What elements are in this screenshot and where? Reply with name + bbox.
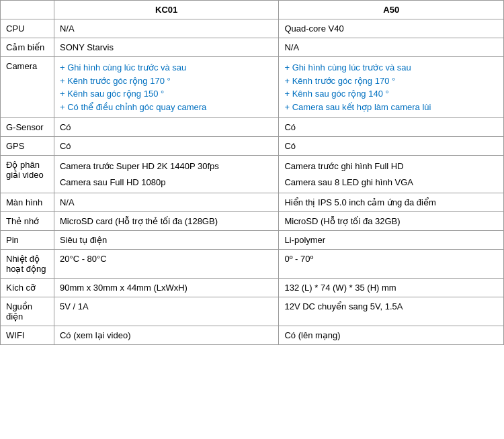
row-kc01: MicroSD card (Hỗ trợ thẻ tối đa (128GB) (54, 212, 279, 231)
table-row: GPSCóCó (1, 137, 504, 156)
row-label: Camera (1, 57, 54, 118)
table-row: PinSiêu tụ điệnLi-polymer (1, 231, 504, 250)
row-label: GPS (1, 137, 54, 156)
row-a50: 132 (L) * 74 (W) * 35 (H) mm (279, 279, 504, 297)
row-a50: 12V DC chuyển sang 5V, 1.5A (279, 297, 504, 326)
row-label: Pin (1, 231, 54, 250)
row-kc01: N/A (54, 19, 279, 38)
row-kc01: N/A (54, 193, 279, 212)
table-row: CPUN/AQuad-core V40 (1, 19, 504, 38)
row-a50: Quad-core V40 (279, 19, 504, 38)
header-kc01: KC01 (54, 1, 279, 19)
table-row: WIFICó (xem lại video)Có (lên mạng) (1, 326, 504, 345)
row-label: Kích cỡ (1, 279, 54, 297)
row-label: Thẻ nhớ (1, 212, 54, 231)
row-a50: Camera trước ghi hình Full HDCamera sau … (279, 156, 504, 193)
row-label: CPU (1, 19, 54, 38)
row-kc01: Camera trước Super HD 2K 1440P 30fpsCame… (54, 156, 279, 193)
row-a50: N/A (279, 38, 504, 57)
row-kc01: + Ghi hình cùng lúc trước và sau+ Kênh t… (54, 57, 279, 118)
row-label: Màn hình (1, 193, 54, 212)
row-kc01: Có (54, 137, 279, 156)
row-kc01: 5V / 1A (54, 297, 279, 326)
table-row: Camera+ Ghi hình cùng lúc trước và sau+ … (1, 57, 504, 118)
row-kc01: Có (54, 118, 279, 137)
row-a50: 0º - 70º (279, 250, 504, 279)
table-row: Thẻ nhớMicroSD card (Hỗ trợ thẻ tối đa (… (1, 212, 504, 231)
row-a50: Có (lên mạng) (279, 326, 504, 345)
row-kc01: SONY Starvis (54, 38, 279, 57)
table-row: Kích cỡ90mm x 30mm x 44mm (LxWxH)132 (L)… (1, 279, 504, 297)
table-row: G-SensorCóCó (1, 118, 504, 137)
comparison-table: KC01 A50 CPUN/AQuad-core V40Cảm biếnSONY… (0, 0, 504, 345)
row-label: Cảm biến (1, 38, 54, 57)
header-a50: A50 (279, 1, 504, 19)
row-label: Nguồn điện (1, 297, 54, 326)
row-a50: + Ghi hình cùng lúc trước và sau+ Kênh t… (279, 57, 504, 118)
header-label (1, 1, 54, 19)
row-kc01: Có (xem lại video) (54, 326, 279, 345)
table-row: Nguồn điện5V / 1A12V DC chuyển sang 5V, … (1, 297, 504, 326)
table-row: Màn hìnhN/AHiển thị IPS 5.0 inch cảm ứng… (1, 193, 504, 212)
row-kc01: 90mm x 30mm x 44mm (LxWxH) (54, 279, 279, 297)
table-row: Nhiệt độ hoạt động20°C - 80°C0º - 70º (1, 250, 504, 279)
row-a50: Li-polymer (279, 231, 504, 250)
row-a50: Có (279, 137, 504, 156)
table-row: Độ phân giải videoCamera trước Super HD … (1, 156, 504, 193)
row-label: Độ phân giải video (1, 156, 54, 193)
row-kc01: 20°C - 80°C (54, 250, 279, 279)
row-a50: Có (279, 118, 504, 137)
row-a50: MicroSD (Hỗ trợ tối đa 32GB) (279, 212, 504, 231)
row-label: WIFI (1, 326, 54, 345)
row-a50: Hiển thị IPS 5.0 inch cảm ứng đa điểm (279, 193, 504, 212)
row-label: G-Sensor (1, 118, 54, 137)
row-label: Nhiệt độ hoạt động (1, 250, 54, 279)
row-kc01: Siêu tụ điện (54, 231, 279, 250)
table-row: Cảm biếnSONY StarvisN/A (1, 38, 504, 57)
